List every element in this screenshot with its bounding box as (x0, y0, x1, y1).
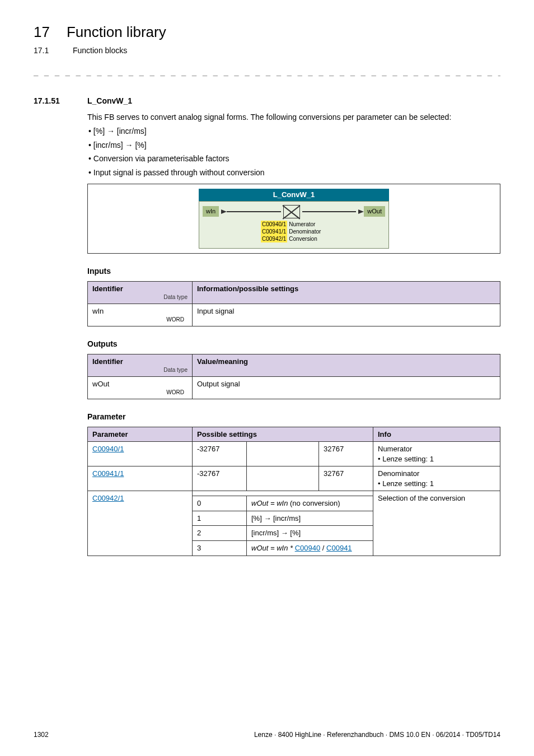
arrow-icon (358, 209, 364, 214)
table-row: wOut WORD Output signal (88, 376, 500, 399)
inputs-table: Identifier Data type Information/possibl… (87, 281, 500, 326)
th-identifier: Identifier (92, 284, 188, 294)
setting-max: 32767 (319, 466, 373, 491)
info-main: Numerator (378, 444, 495, 454)
th-identifier: Identifier (92, 357, 188, 367)
info-value: Input signal (193, 304, 500, 326)
datatype-value: WORD (92, 316, 188, 324)
option-index: 3 (193, 541, 247, 556)
block-diagram: L_ConvW_1 wIn wOut C00940/1 Numerator C0… (87, 184, 500, 254)
outputs-table: Identifier Data type Value/meaning wOut … (87, 354, 500, 399)
bullet-item: [incr/ms] → [%] (87, 140, 500, 151)
bullet-item: Conversion via parameterisable factors (87, 153, 500, 164)
info-value: Output signal (193, 376, 500, 399)
parameter-heading: Parameter (87, 412, 500, 422)
bullet-item: [%] → [incr/ms] (87, 126, 500, 137)
diagram-param-code: C00940/1 (261, 221, 287, 228)
section-number: 17.1.51 (34, 96, 74, 106)
subchapter-title: Function blocks (73, 45, 127, 56)
info-sub: • Lenze setting: 1 (378, 454, 495, 464)
diagram-input-port: wIn (203, 206, 219, 217)
table-row: C00941/1 -32767 32767 Denominator • Lenz… (88, 466, 500, 491)
th-datatype: Data type (92, 293, 188, 301)
setting-min: -32767 (193, 466, 247, 491)
subchapter-number: 17.1 (34, 45, 56, 56)
th-possible-settings: Possible settings (193, 427, 373, 442)
option-index: 2 (193, 526, 247, 541)
chapter-title: Function library (67, 22, 166, 42)
option-text: wOut = wIn (251, 499, 288, 507)
option-text: [%] → [incr/ms] (247, 511, 373, 526)
page-number: 1302 (34, 730, 49, 739)
diagram-param-label: Conversion (289, 236, 317, 242)
th-info: Information/possible settings (193, 281, 500, 304)
param-link[interactable]: C00941 (326, 544, 352, 552)
diagram-param-label: Numerator (289, 221, 315, 227)
footer-text: Lenze · 8400 HighLine · Referenzhandbuch… (254, 730, 500, 739)
outputs-heading: Outputs (87, 339, 500, 349)
chapter-number: 17 (34, 22, 50, 42)
table-row: C00940/1 -32767 32767 Numerator • Lenze … (88, 442, 500, 466)
option-text: [incr/ms] → [%] (247, 526, 373, 541)
option-index: 1 (193, 511, 247, 526)
th-info: Value/meaning (193, 354, 500, 376)
inputs-heading: Inputs (87, 266, 500, 277)
option-text: wOut = wIn * (251, 544, 295, 552)
diagram-param-label: Denominator (289, 228, 321, 235)
param-link[interactable]: C00942/1 (92, 494, 124, 502)
info-sub: • Lenze setting: 1 (378, 479, 495, 489)
separator-dashes: _ _ _ _ _ _ _ _ _ _ _ _ _ _ _ _ _ _ _ _ … (34, 66, 500, 77)
option-text: (no conversion) (288, 499, 340, 507)
th-info: Info (373, 427, 500, 442)
param-link[interactable]: C00940 (295, 544, 321, 552)
diagram-title: L_ConvW_1 (199, 189, 389, 201)
table-row: C00942/1 Selection of the conversion (88, 491, 500, 496)
diagram-output-port: wOut (364, 206, 385, 217)
bullet-item: Input signal is passed through without c… (87, 167, 500, 178)
identifier-value: wOut (92, 379, 188, 389)
section-title: L_ConvW_1 (87, 96, 132, 106)
setting-min: -32767 (193, 442, 247, 466)
diagram-param-list: C00940/1 Numerator C00941/1 Denominator … (261, 221, 388, 242)
diagram-param-code: C00942/1 (261, 235, 287, 242)
arrow-icon (221, 209, 227, 214)
th-datatype: Data type (92, 366, 188, 374)
datatype-value: WORD (92, 389, 188, 396)
param-link[interactable]: C00940/1 (92, 445, 124, 453)
option-index: 0 (193, 496, 247, 511)
setting-max: 32767 (319, 442, 373, 466)
info-main: Denominator (378, 469, 495, 479)
info-main: Selection of the conversion (373, 491, 500, 556)
parameter-table: Parameter Possible settings Info C00940/… (87, 427, 500, 556)
table-row: wIn WORD Input signal (88, 304, 500, 326)
intro-paragraph: This FB serves to convert analog signal … (87, 112, 500, 123)
diagram-param-code: C00941/1 (261, 228, 287, 235)
param-link[interactable]: C00941/1 (92, 469, 124, 478)
identifier-value: wIn (92, 306, 188, 316)
option-text: / (320, 544, 326, 552)
th-parameter: Parameter (88, 427, 193, 442)
converter-symbol-icon (283, 205, 300, 218)
